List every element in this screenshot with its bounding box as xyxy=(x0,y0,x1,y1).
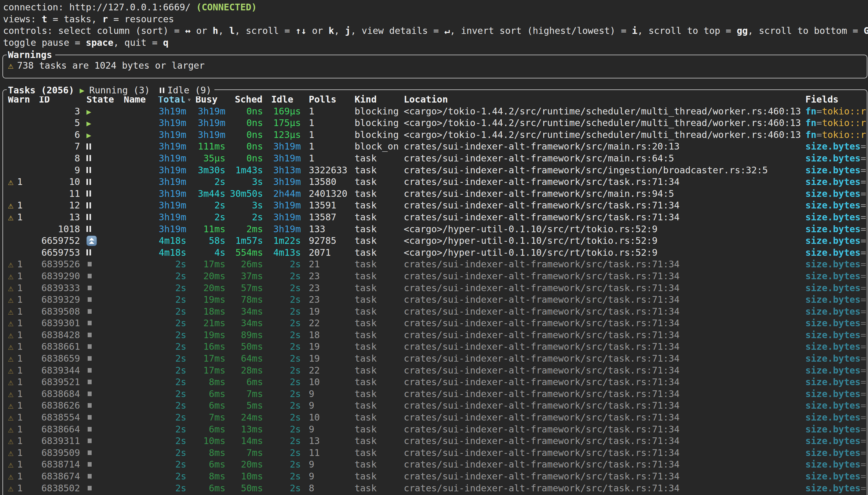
task-row[interactable]: ⚠168393012s21ms34ms2s22taskcrates/sui-in… xyxy=(3,318,867,329)
cell-polls: 18 xyxy=(309,329,355,341)
cell-fields: size.bytes= xyxy=(805,153,867,165)
task-row[interactable]: ⚠168393332s20ms57ms2s23taskcrates/sui-in… xyxy=(3,282,867,294)
cell-warn: ⚠1 xyxy=(8,200,39,211)
cell-busy: 20ms xyxy=(192,282,226,294)
task-row[interactable]: ⚠168386612s16ms50ms2s19taskcrates/sui-in… xyxy=(3,341,867,353)
task-row[interactable]: 66597524m18s58s1m57s1m22s92785task<cargo… xyxy=(3,235,867,247)
task-row[interactable]: ⚠168386262s6ms5ms2s9taskcrates/sui-index… xyxy=(3,400,867,412)
task-row[interactable]: ⚠168393292s19ms78ms2s23taskcrates/sui-in… xyxy=(3,294,867,306)
cell-sched: 14ms xyxy=(226,435,263,447)
warning-triangle-icon: ⚠ xyxy=(8,271,14,281)
cell-sched: 20ms xyxy=(226,459,263,471)
task-row[interactable]: ⚠168386842s6ms7ms2s9taskcrates/sui-index… xyxy=(3,388,867,400)
task-row[interactable]: ⚠168393442s17ms28ms2s22taskcrates/sui-in… xyxy=(3,365,867,377)
cell-id: 8 xyxy=(39,153,80,165)
cell-id: 6659753 xyxy=(39,247,80,259)
task-row[interactable]: 93h19m3m30s1m43s3h13m3322633taskcrates/s… xyxy=(3,165,867,176)
cell-sched: 34ms xyxy=(226,318,263,329)
cell-name xyxy=(124,211,158,223)
cell-warn: ⚠1 xyxy=(8,341,39,353)
cell-busy: 3m30s xyxy=(192,165,226,176)
help-segment: space xyxy=(86,37,113,48)
cell-idle: 2s xyxy=(263,376,301,388)
task-row[interactable]: ⚠168395262s17ms26ms2s21taskcrates/sui-in… xyxy=(3,258,867,270)
col-header-sched[interactable]: Sched xyxy=(226,94,263,106)
cell-warn: ⚠1 xyxy=(8,388,39,400)
cell-state xyxy=(86,412,124,424)
task-row[interactable]: ⚠1103h19m2s3s3h19m13580taskcrates/sui-in… xyxy=(3,176,867,188)
cell-total: 3h19m xyxy=(158,188,186,200)
cell-sched: 34ms xyxy=(226,306,263,318)
cell-kind: task xyxy=(355,400,404,412)
warning-triangle-icon: ⚠ xyxy=(8,365,14,376)
task-row[interactable]: 66597534m18s4s554ms4m13s2071task<cargo>/… xyxy=(3,247,867,259)
cell-arrow-spacer xyxy=(186,282,192,294)
cell-arrow-spacer xyxy=(186,106,192,118)
field-key: size.bytes xyxy=(805,353,861,364)
cell-kind: task xyxy=(355,223,404,235)
cell-total: 2s xyxy=(158,412,186,424)
task-row[interactable]: 113h19m3m44s30m50s2h44m2401320taskcrates… xyxy=(3,188,867,200)
task-row[interactable]: ⚠168385022s6ms50ms2s8taskcrates/sui-inde… xyxy=(3,482,867,494)
warning-triangle-icon: ⚠ xyxy=(8,400,14,411)
running-count-label: Running (3) xyxy=(89,85,150,96)
cell-polls: 1 xyxy=(309,106,355,118)
task-row[interactable]: 3▶3h19m3h19m0ns169µs1blocking<cargo>/tok… xyxy=(3,106,867,118)
col-header-location[interactable]: Location xyxy=(404,94,805,106)
cell-sched: 30m50s xyxy=(226,188,263,200)
task-row[interactable]: 83h19m35µs0ns3h19m1taskcrates/sui-indexe… xyxy=(3,153,867,165)
cell-warn xyxy=(8,141,39,153)
warnings-panel-title: Warnings xyxy=(7,49,55,61)
cell-state xyxy=(86,176,124,188)
col-header-fields[interactable]: Fields xyxy=(805,94,867,106)
task-row[interactable]: ⚠168395092s8ms7ms2s11taskcrates/sui-inde… xyxy=(3,447,867,459)
task-row[interactable]: 10183h19m11ms2ms3h19m133task<cargo>/hype… xyxy=(3,223,867,235)
task-row[interactable]: ⚠168395082s18ms34ms2s19taskcrates/sui-in… xyxy=(3,306,867,318)
task-row[interactable]: 73h19m111ms0ns3h19m1block_oncrates/sui-i… xyxy=(3,141,867,153)
cell-warn: ⚠1 xyxy=(8,400,39,412)
cell-name xyxy=(124,270,158,282)
task-row[interactable]: ⚠1133h19m2s2s3h19m13587taskcrates/sui-in… xyxy=(3,211,867,223)
cell-location: crates/sui-indexer-alt-framework/src/tas… xyxy=(404,270,805,282)
task-row[interactable]: 6▶3h19m3h19m0ns123µs1blocking<cargo>/tok… xyxy=(3,129,867,141)
task-row[interactable]: ⚠168384282s19ms89ms2s18taskcrates/sui-in… xyxy=(3,329,867,341)
cell-location: crates/sui-indexer-alt-framework/src/tas… xyxy=(404,211,805,223)
task-row[interactable]: 5▶3h19m3h19m0ns175µs1blocking<cargo>/tok… xyxy=(3,117,867,129)
task-row[interactable]: ⚠168395212s8ms6ms2s10taskcrates/sui-inde… xyxy=(3,376,867,388)
cell-kind: task xyxy=(355,459,404,471)
task-row[interactable]: ⚠168386742s8ms10ms2s9taskcrates/sui-inde… xyxy=(3,471,867,482)
cell-kind: task xyxy=(355,258,404,270)
cell-arrow-spacer xyxy=(186,447,192,459)
task-row[interactable]: ⚠168386592s17ms64ms2s19taskcrates/sui-in… xyxy=(3,353,867,365)
cell-name xyxy=(124,188,158,200)
cell-state xyxy=(86,341,124,353)
cell-arrow-spacer xyxy=(186,294,192,306)
task-row[interactable]: ⚠1123h19m2s3s3h19m13591taskcrates/sui-in… xyxy=(3,200,867,211)
cell-warn: ⚠1 xyxy=(8,376,39,388)
cell-state xyxy=(86,435,124,447)
task-row[interactable]: ⚠168392902s20ms37ms2s23taskcrates/sui-in… xyxy=(3,270,867,282)
cell-warn: ⚠1 xyxy=(8,270,39,282)
cell-location: crates/sui-indexer-alt-framework/src/tas… xyxy=(404,388,805,400)
field-equals: = xyxy=(861,294,866,305)
cell-fields: size.bytes= xyxy=(805,141,867,153)
state-idle-icon xyxy=(86,214,91,220)
col-header-kind[interactable]: Kind xyxy=(355,94,404,106)
cell-warn: ⚠1 xyxy=(8,282,39,294)
cell-idle: 2s xyxy=(263,412,301,424)
cell-kind: task xyxy=(355,482,404,494)
col-header-polls[interactable]: Polls xyxy=(309,94,355,106)
task-row[interactable]: ⚠168385542s7ms24ms2s10taskcrates/sui-ind… xyxy=(3,412,867,424)
cell-fields: fn=tokio::r xyxy=(805,129,867,141)
field-key: size.bytes xyxy=(805,235,861,246)
task-row[interactable]: ⚠168387142s6ms20ms2s9taskcrates/sui-inde… xyxy=(3,459,867,471)
cell-name xyxy=(124,141,158,153)
cell-warn xyxy=(8,117,39,129)
col-header-idle[interactable]: Idle xyxy=(263,94,301,106)
cell-busy: 3h19m xyxy=(192,106,226,118)
task-row[interactable]: ⚠168393112s10ms14ms2s13taskcrates/sui-in… xyxy=(3,435,867,447)
cell-fields: size.bytes= xyxy=(805,176,867,188)
task-row[interactable]: ⚠168386642s6ms13ms2s9taskcrates/sui-inde… xyxy=(3,424,867,436)
cell-idle: 2s xyxy=(263,318,301,329)
help-segment: , scroll to bottom = xyxy=(748,25,864,36)
